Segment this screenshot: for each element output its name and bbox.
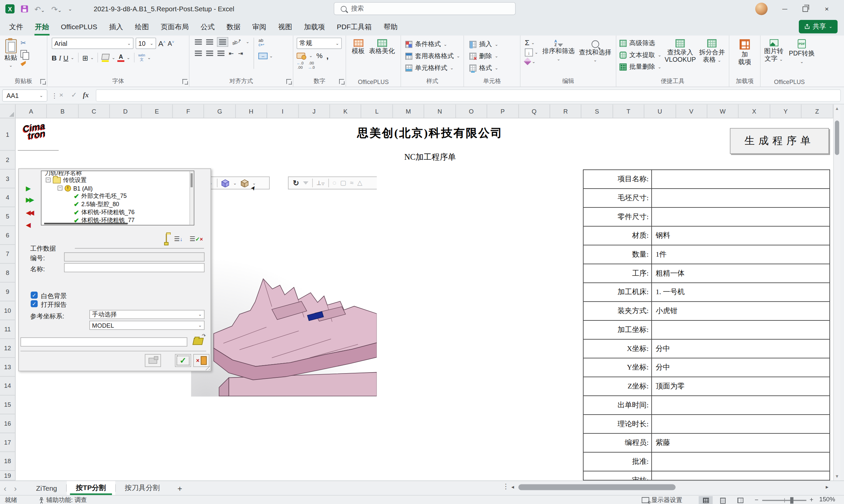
row-header-5[interactable]: 5 [0,207,15,226]
table-row[interactable]: 加工坐标: [584,321,830,340]
align-top-icon[interactable] [195,39,202,44]
paste-button[interactable]: 粘贴⌄ [4,37,17,76]
bold-button[interactable]: B [52,54,57,61]
cell-styles-button[interactable]: 单元格样式⌄ [405,62,463,74]
increase-decimal-icon[interactable]: ←.0.00 [297,61,303,70]
format-as-table-button[interactable]: 套用表格格式⌄ [405,51,463,62]
hscroll-right-arrow[interactable]: ▸ [826,484,828,490]
confirm-entry-icon[interactable]: ✓ [71,91,77,99]
table-row[interactable]: 工序:粗精一体 [584,264,830,283]
underline-button[interactable]: U [64,54,68,61]
ok-button[interactable]: ✓ [175,354,191,367]
hscroll-left-arrow[interactable]: ◂ [511,484,514,490]
ribbon-tab-help[interactable]: 帮助 [377,18,404,35]
table-row[interactable]: 装夹方式:小虎钳 [584,302,830,321]
zoom-out-button[interactable]: − [755,496,758,504]
refresh-icon[interactable]: ↻ [293,179,299,187]
ribbon-tab-home[interactable]: 开始 [29,18,55,35]
zoom-slider[interactable] [762,500,807,501]
phonetic-guide-icon[interactable]: wén文 [138,53,145,62]
align-middle-icon[interactable] [206,39,213,44]
page-break-view-button[interactable] [733,496,747,504]
row-header-1[interactable]: 1 [0,119,15,151]
align-bottom-icon[interactable] [217,37,228,46]
toolpath-tree[interactable]: 刀轨/程序名称 − 传统设置 − ! B1 (All) ✔外部文件毛坯_75✔2… [41,170,194,226]
row-header-14[interactable]: 14 [0,377,15,395]
font-family-select[interactable]: Arial⌄ [52,37,134,49]
align-center-icon[interactable] [206,51,213,56]
column-header-Z[interactable]: Z [802,104,833,118]
table-row[interactable]: 编程员:紫藤 [584,434,830,452]
ribbon-tab-data[interactable]: 数据 [221,18,246,35]
minimize-button[interactable]: ─ [777,0,793,18]
horizontal-scrollbar-thumb[interactable] [518,484,675,490]
output-path-field[interactable] [21,337,187,347]
column-header-R[interactable]: R [550,104,582,118]
move-all-left-icon[interactable]: ◀◀ [26,209,33,215]
vertical-scrollbar-thumb[interactable] [835,121,839,155]
pdf-convert-button[interactable]: PDF PDF转换⌄ [789,37,815,76]
restore-button[interactable] [797,0,813,18]
row-header-2[interactable]: 2 [0,151,15,170]
collapse-icon[interactable]: − [57,185,63,191]
column-header-E[interactable]: E [141,104,173,118]
decrease-indent-icon[interactable]: ⇤ [229,51,234,56]
move-all-right-icon[interactable]: ▶▶ [26,197,33,203]
qat-customize-icon[interactable]: ⌄ [68,6,72,12]
row-header-12[interactable]: 12 [0,339,15,358]
column-header-O[interactable]: O [456,104,487,118]
add-sheet-button[interactable]: + [169,481,191,495]
name-box[interactable]: AA1⌄ [2,89,47,102]
table-row[interactable]: 零件尺寸: [584,208,830,227]
row-header-8[interactable]: 8 [0,264,15,283]
model-coord-select[interactable]: MODEL⌄ [89,321,205,330]
shaded-view-cube-icon[interactable] [221,179,229,187]
format-painter-icon[interactable] [21,61,26,66]
row-header-16[interactable]: 16 [0,414,15,433]
column-header-V[interactable]: V [676,104,707,118]
sheet-tab-3[interactable]: 按刀具分割 [116,481,169,495]
vscroll-down-arrow[interactable]: ▼ [835,474,839,479]
find-select-button[interactable]: 查找和选择⌄ [579,37,611,76]
clear-icon[interactable] [524,57,531,65]
merge-center-icon[interactable]: ↔ [259,53,268,59]
axis-filter-icon[interactable]: ⊥▽ [316,179,324,186]
insert-function-icon[interactable]: fx [83,91,89,100]
shrink-font-icon[interactable]: A˅ [168,40,174,47]
column-header-H[interactable]: H [236,104,267,118]
ribbon-tab-pdf-toolbox[interactable]: PDF工具箱 [331,18,377,35]
tree-node-operation[interactable]: ✔体积铣-环绕粗铣_76 [74,208,135,216]
row-header-6[interactable]: 6 [0,226,15,245]
table-row[interactable]: Z坐标:顶面为零 [584,377,830,396]
normal-view-button[interactable] [699,496,713,504]
row-header-18[interactable]: 18 [0,452,15,471]
insert-cells-button[interactable]: 插入⌄ [469,39,520,50]
column-header-S[interactable]: S [582,104,613,118]
row-header-4[interactable]: 4 [0,188,15,207]
zoom-slider-thumb[interactable] [790,497,793,503]
excel-app-icon[interactable]: X [5,4,15,14]
sort-filter-button[interactable]: AZ 排序和筛选⌄ [542,37,575,76]
clipboard-dialog-launcher[interactable] [40,79,46,84]
ribbon-tab-addins[interactable]: 加载项 [298,18,331,35]
move-right-icon[interactable]: ▶ [26,185,29,191]
ribbon-tab-review[interactable]: 审阅 [246,18,272,35]
orientation-icon[interactable]: ab↗ [231,38,242,46]
column-header-N[interactable]: N [424,104,456,118]
template-button[interactable]: 模板 [352,37,365,76]
undo-icon[interactable]: ↶⌄ [35,5,45,13]
grow-font-icon[interactable]: A˄ [158,39,165,47]
column-header-U[interactable]: U [644,104,676,118]
image-to-text-button[interactable]: 图片转文字 ⌄ [764,37,783,76]
tool-filter-4-icon[interactable]: △ [357,179,363,187]
row-header-7[interactable]: 7 [0,245,15,264]
ribbon-tab-insert[interactable]: 插入 [103,18,129,35]
name-field[interactable] [64,263,205,272]
ribbon-tab-officeplus[interactable]: OfficePLUS [55,18,103,35]
vertical-scrollbar[interactable]: ▲ ▼ [833,104,840,481]
move-left-icon[interactable]: ◀ [26,222,29,228]
tree-vertical-scrollbar[interactable] [189,171,194,225]
column-header-Y[interactable]: Y [770,104,802,118]
share-button[interactable]: 共享⌄ [799,20,838,34]
column-header-Q[interactable]: Q [518,104,550,118]
